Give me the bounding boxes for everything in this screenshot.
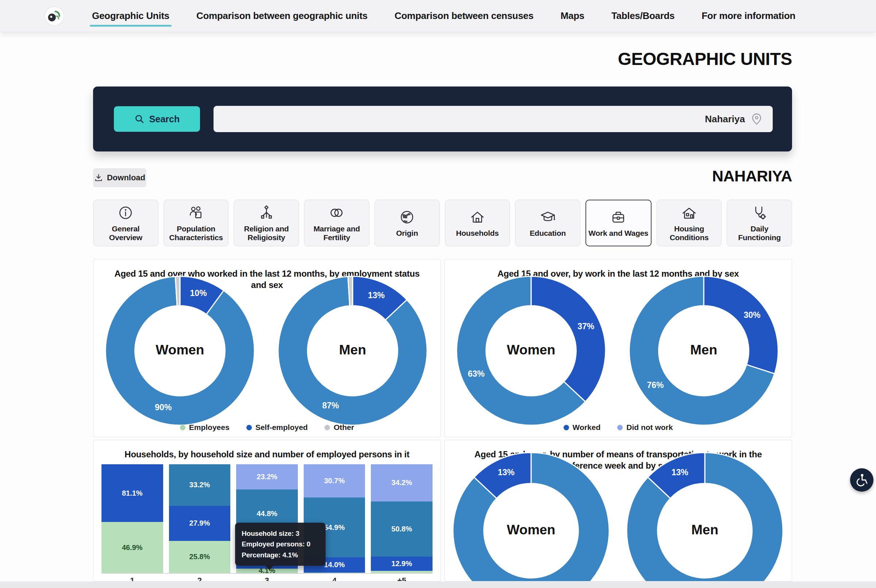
briefcase-icon <box>610 209 627 226</box>
chart-panel-household-size: Households, by household size and number… <box>93 440 441 581</box>
area-title: NAHARIYA <box>712 167 792 185</box>
tab-households[interactable]: Households <box>445 200 510 246</box>
x-axis-label: 4 <box>304 576 365 581</box>
svg-text:Women: Women <box>507 342 555 357</box>
bar-segment[interactable]: 30.7% <box>304 464 365 498</box>
house-conditions-icon <box>681 204 698 221</box>
bar-segment[interactable] <box>304 573 365 573</box>
tooltip-line: Employed persons: 0 <box>242 539 319 549</box>
x-axis-label: +5 <box>371 576 432 581</box>
bar-segment[interactable] <box>371 571 432 573</box>
download-label: Download <box>107 173 145 183</box>
legend-dot <box>324 425 330 430</box>
download-icon <box>94 173 103 182</box>
bar-segment[interactable]: 46.9% <box>102 522 163 573</box>
search-button[interactable]: Search <box>114 106 200 132</box>
x-axis-label: 2 <box>169 576 231 581</box>
x-axis: 1234+5 <box>102 576 432 581</box>
legend-label: Did not work <box>626 423 673 432</box>
donut-chart-men[interactable]: 87%13%Men <box>624 450 785 581</box>
svg-text:Women: Women <box>156 342 204 357</box>
nav-item-comparison-censuses[interactable]: Comparison between censuses <box>394 10 534 21</box>
accessibility-icon <box>855 472 869 487</box>
globe-icon <box>399 209 416 226</box>
accessibility-button[interactable] <box>850 468 873 492</box>
tab-religion-religiosity[interactable]: Religion and Religiosity <box>234 200 299 246</box>
stacked-bar[interactable]: 81.1%46.9% <box>102 464 163 573</box>
tab-marriage-fertility[interactable]: Marriage and Fertility <box>304 200 369 246</box>
search-input[interactable]: Nahariya <box>213 106 773 132</box>
download-button[interactable]: Download <box>93 168 146 187</box>
nav-item-comparison-geographic-units[interactable]: Comparison between geographic units <box>196 10 368 21</box>
site-logo-icon[interactable] <box>44 6 65 27</box>
tab-housing-conditions[interactable]: Housing Conditions <box>657 200 722 246</box>
svg-text:87%: 87% <box>322 401 339 410</box>
donut-chart-men[interactable]: 13%87%Men <box>276 274 429 428</box>
tab-label: Origin <box>394 229 419 238</box>
svg-text:90%: 90% <box>155 403 171 412</box>
svg-text:63%: 63% <box>468 369 485 378</box>
tab-population-characteristics[interactable]: Population Characteristics <box>164 200 229 246</box>
house-icon <box>469 209 486 226</box>
svg-text:37%: 37% <box>578 321 594 331</box>
chart-legend: WorkedDid not work <box>445 423 792 432</box>
location-pin-icon <box>750 112 763 126</box>
tab-general-overview[interactable]: General Overview <box>93 200 158 246</box>
tab-label: Daily Functioning <box>727 225 792 242</box>
tab-origin[interactable]: Origin <box>375 200 440 246</box>
search-icon <box>134 114 144 124</box>
x-axis-label: 1 <box>102 576 163 581</box>
tab-label: Marriage and Fertility <box>304 225 369 242</box>
chart-title: Households, by household size and number… <box>93 449 441 460</box>
legend-label: Employees <box>189 423 230 432</box>
donut-chart-women[interactable]: 87%13%Women <box>451 450 611 581</box>
svg-text:30%: 30% <box>744 310 760 320</box>
legend-label: Worked <box>573 423 601 432</box>
chart-panel-transportation: Aged 15 and over, by number of means of … <box>444 440 792 581</box>
tab-label: Households <box>454 229 500 238</box>
tab-daily-functioning[interactable]: Daily Functioning <box>727 200 792 246</box>
donut-chart-women[interactable]: 37%63%Women <box>454 274 608 428</box>
legend-item: Self-employed <box>246 423 308 432</box>
stacked-bar[interactable]: 33.2%27.9%25.8% <box>169 464 231 573</box>
people-icon <box>188 204 204 221</box>
x-axis-label: 3 <box>236 576 298 581</box>
chart-panel-employment-status: Aged 15 and over who worked in the last … <box>93 259 441 437</box>
bar-segment[interactable]: 50.8% <box>371 501 432 556</box>
donut-chart-women[interactable]: 10%90%Women <box>103 274 256 428</box>
bar-segment[interactable]: 12.9% <box>371 556 432 570</box>
nav-item-more-information[interactable]: For more information <box>702 10 795 21</box>
chart-legend: EmployeesSelf-employedOther <box>93 423 441 432</box>
svg-text:Men: Men <box>691 522 718 537</box>
category-tabs: General Overview Population Characterist… <box>93 200 792 246</box>
tab-label: Work and Wages <box>587 229 650 238</box>
tab-label: Religion and Religiosity <box>234 225 298 242</box>
tab-label: Education <box>528 229 567 238</box>
info-icon <box>117 204 134 221</box>
bar-segment[interactable]: 81.1% <box>102 464 163 522</box>
bar-segment[interactable]: 33.2% <box>169 464 231 506</box>
search-panel: Search Nahariya <box>93 87 792 152</box>
tab-work-and-wages[interactable]: Work and Wages <box>585 200 651 246</box>
search-button-label: Search <box>149 114 180 124</box>
svg-text:76%: 76% <box>647 380 664 390</box>
stethoscope-icon <box>751 204 768 221</box>
legend-label: Self-employed <box>255 423 308 432</box>
stacked-bar[interactable]: 34.2%50.8%12.9% <box>371 464 432 573</box>
nav-item-tables-boards[interactable]: Tables/Boards <box>611 10 675 21</box>
bar-segment[interactable]: 25.8% <box>169 541 231 573</box>
tab-education[interactable]: Education <box>515 200 580 246</box>
nav-item-maps[interactable]: Maps <box>561 10 584 21</box>
bar-segment[interactable]: 34.2% <box>371 464 432 501</box>
tree-diagram-icon <box>258 204 275 221</box>
page-title: GEOGRAPHIC UNITS <box>618 49 792 69</box>
donut-chart-men[interactable]: 30%76%Men <box>627 274 780 428</box>
svg-text:Women: Women <box>507 522 555 537</box>
nav-item-geographic-units[interactable]: Geographic Units <box>92 10 170 21</box>
svg-text:13%: 13% <box>368 291 385 300</box>
bar-segment[interactable]: 27.9% <box>169 506 231 541</box>
tab-label: Housing Conditions <box>657 225 722 242</box>
svg-text:13%: 13% <box>498 468 514 477</box>
bar-segment[interactable]: 23.2% <box>236 464 298 489</box>
chart-panel-worked-12-months: Aged 15 and over, by work in the last 12… <box>444 259 792 437</box>
